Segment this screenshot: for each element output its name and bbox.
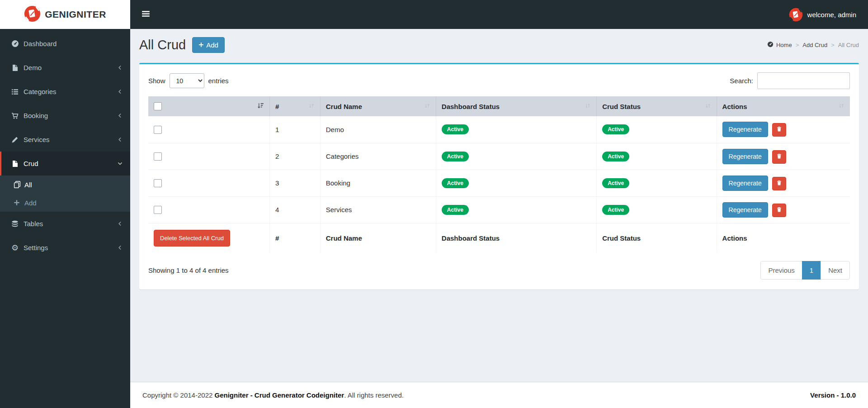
- sidebar-subitem-all[interactable]: All: [0, 176, 130, 194]
- breadcrumb-separator: >: [831, 42, 835, 48]
- copy-icon: [14, 181, 24, 188]
- pagination-next[interactable]: Next: [821, 261, 850, 280]
- delete-row-button[interactable]: [772, 177, 786, 190]
- regenerate-button[interactable]: Regenerate: [722, 122, 768, 137]
- row-crud-name: Services: [320, 196, 436, 223]
- database-icon: [11, 220, 24, 228]
- version-text: Version - 1.0.0: [810, 391, 856, 399]
- page-title: All Crud: [139, 38, 186, 52]
- header-select-column[interactable]: [148, 96, 269, 116]
- chevron-left-icon: [117, 89, 123, 95]
- cart-icon: [11, 112, 24, 119]
- page-length-select[interactable]: 10: [170, 73, 204, 88]
- footer-actions: Actions: [717, 223, 850, 253]
- sidebar-menu: Dashboard Demo Categories Booking Servic…: [0, 29, 130, 260]
- status-badge: Active: [442, 124, 469, 134]
- table-row: 3 Booking Active Active Regenerate: [148, 170, 850, 196]
- regenerate-button[interactable]: Regenerate: [722, 176, 768, 191]
- delete-row-button[interactable]: [772, 150, 786, 164]
- pagination-page-1[interactable]: 1: [802, 261, 821, 280]
- content-header: All Crud Add Home > Add Crud > All Crud: [130, 29, 868, 57]
- select-all-checkbox[interactable]: [154, 102, 162, 110]
- footer-crud-status: Crud Status: [597, 223, 717, 253]
- chevron-left-icon: [117, 221, 123, 227]
- trash-icon: [776, 153, 782, 161]
- breadcrumb-home-link[interactable]: Home: [767, 41, 792, 49]
- breadcrumb-addcrud-link[interactable]: Add Crud: [802, 42, 827, 48]
- sidebar-item-demo[interactable]: Demo: [0, 56, 130, 80]
- sidebar-subitem-add[interactable]: Add: [0, 194, 130, 212]
- table-footer-row: Delete Selected All Crud # Crud Name Das…: [148, 223, 850, 253]
- status-badge: Active: [442, 152, 469, 161]
- menu-icon: [142, 9, 150, 19]
- header-actions[interactable]: Actions: [717, 96, 850, 116]
- header-crud-name[interactable]: Crud Name: [320, 96, 436, 116]
- file-icon: [11, 160, 24, 167]
- row-checkbox[interactable]: [154, 126, 162, 134]
- header-num[interactable]: #: [269, 96, 320, 116]
- search-label: Search:: [730, 77, 753, 85]
- content: Show 10 entries Search:: [130, 57, 868, 382]
- search-input[interactable]: [757, 72, 850, 89]
- file-icon: [11, 64, 24, 71]
- sort-icon: [308, 103, 315, 110]
- table-header-row: # Crud Name Dashboard Status Crud Status…: [148, 96, 850, 116]
- entries-label: entries: [208, 77, 229, 85]
- row-num: 4: [269, 196, 320, 223]
- sidebar-item-services[interactable]: Services: [0, 128, 130, 152]
- delete-row-button[interactable]: [772, 123, 786, 137]
- sidebar-item-tables[interactable]: Tables: [0, 212, 130, 236]
- footer-num: #: [269, 223, 320, 253]
- sidebar-item-dashboard[interactable]: Dashboard: [0, 32, 130, 56]
- brand-name: GENIGNITER: [45, 9, 106, 20]
- breadcrumb: Home > Add Crud > All Crud: [767, 41, 859, 49]
- plus-icon: [14, 199, 24, 206]
- top-navbar: welcome, admin: [130, 0, 868, 29]
- sort-desc-icon: [257, 102, 264, 110]
- main-area: welcome, admin All Crud Add Home > Add C…: [130, 0, 868, 408]
- status-badge: Active: [442, 205, 469, 215]
- chevron-left-icon: [117, 137, 123, 142]
- trash-icon: [776, 126, 782, 133]
- user-menu[interactable]: welcome, admin: [789, 8, 868, 22]
- row-checkbox[interactable]: [154, 206, 162, 214]
- sidebar-toggle-button[interactable]: [130, 0, 161, 29]
- sort-icon: [585, 103, 591, 110]
- avatar: [789, 8, 803, 22]
- footer-dashboard-status: Dashboard Status: [436, 223, 596, 253]
- trash-icon: [776, 180, 782, 187]
- header-crud-status[interactable]: Crud Status: [597, 96, 717, 116]
- brand-logo-icon: [24, 5, 41, 24]
- status-badge: Active: [602, 178, 629, 188]
- pagination-previous[interactable]: Previous: [760, 261, 802, 280]
- delete-row-button[interactable]: [772, 204, 786, 217]
- table-info-text: Showing 1 to 4 of 4 entries: [148, 266, 229, 274]
- row-crud-name: Demo: [320, 116, 436, 143]
- sidebar-item-crud[interactable]: Crud: [0, 152, 130, 176]
- row-checkbox[interactable]: [154, 179, 162, 187]
- sort-icon: [424, 103, 430, 110]
- status-badge: Active: [442, 178, 469, 188]
- sidebar-item-booking[interactable]: Booking: [0, 104, 130, 128]
- chevron-left-icon: [117, 65, 123, 71]
- sort-icon: [838, 103, 844, 110]
- regenerate-button[interactable]: Regenerate: [722, 149, 768, 164]
- sidebar-item-categories[interactable]: Categories: [0, 80, 130, 104]
- regenerate-button[interactable]: Regenerate: [722, 202, 768, 218]
- chevron-down-icon: [117, 161, 123, 166]
- breadcrumb-current: All Crud: [838, 42, 859, 48]
- row-crud-name: Categories: [320, 143, 436, 170]
- pagination: Previous 1 Next: [760, 261, 850, 280]
- copyright-text: Copyright © 2014-2022 Genigniter - Crud …: [142, 391, 404, 399]
- header-dashboard-status[interactable]: Dashboard Status: [436, 96, 596, 116]
- add-crud-button[interactable]: Add: [192, 37, 225, 53]
- row-checkbox[interactable]: [154, 152, 162, 161]
- list-icon: [11, 88, 24, 95]
- app-window: GENIGNITER Dashboard Demo Categories Boo…: [0, 0, 868, 408]
- table-row: 2 Categories Active Active Regenerate: [148, 143, 850, 170]
- delete-selected-button[interactable]: Delete Selected All Crud: [154, 230, 230, 247]
- row-num: 1: [269, 116, 320, 143]
- sidebar-item-settings[interactable]: ⚙ Settings: [0, 236, 130, 260]
- brand-logo[interactable]: GENIGNITER: [0, 0, 130, 29]
- gear-icon: ⚙: [11, 244, 24, 252]
